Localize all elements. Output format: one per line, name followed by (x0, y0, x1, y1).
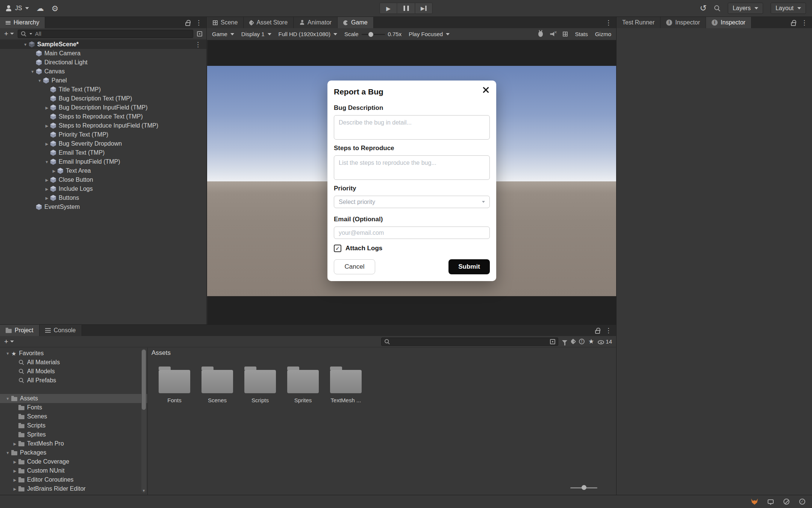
lock-icon[interactable] (595, 330, 600, 334)
expand-arrow[interactable] (43, 187, 50, 191)
account-dropdown[interactable]: JS (5, 5, 29, 12)
gear-icon[interactable]: ⚙ (52, 5, 59, 12)
thumbnail-zoom-slider[interactable] (570, 485, 597, 490)
close-icon[interactable] (482, 86, 489, 94)
expand-arrow[interactable] (22, 43, 29, 47)
hierarchy-item[interactable]: Bug Description Text (TMP) (0, 94, 206, 103)
kebab-menu-icon[interactable]: ⋮ (605, 327, 612, 334)
scene-picker-icon[interactable] (197, 31, 202, 37)
folder-fonts[interactable]: Fonts (156, 365, 193, 403)
hierarchy-item[interactable]: Steps to Reproduce Text (TMP) (0, 112, 206, 121)
search-by-label-icon[interactable] (570, 339, 576, 345)
expand-arrow[interactable] (43, 178, 50, 182)
add-asset-button[interactable]: + (4, 338, 14, 346)
cancel-button[interactable]: Cancel (334, 259, 375, 274)
hierarchy-item[interactable]: Priority Text (TMP) (0, 130, 206, 139)
search-icon[interactable] (714, 5, 720, 11)
lock-icon[interactable] (791, 22, 796, 26)
layout-dropdown[interactable]: Layout (771, 3, 806, 14)
tab-animator[interactable]: Animator (294, 17, 338, 28)
expand-arrow[interactable] (50, 169, 58, 173)
game-mode-dropdown[interactable]: Game (212, 31, 234, 37)
hierarchy-search-input[interactable]: All (18, 30, 193, 38)
expand-arrow[interactable] (11, 442, 18, 446)
attach-logs-checkbox[interactable]: ✓ (334, 245, 341, 252)
hierarchy-item[interactable]: Directional Light (0, 58, 206, 67)
layers-dropdown[interactable]: Layers (728, 3, 763, 14)
hierarchy-item[interactable]: Close Button (0, 175, 206, 184)
search-by-type-icon[interactable] (562, 340, 567, 343)
steps-textarea[interactable] (334, 155, 490, 180)
visibility-toggle[interactable]: 14 (598, 338, 612, 345)
project-tree-item[interactable]: Scenes (0, 412, 147, 421)
play-focused-dropdown[interactable]: Play Focused (409, 31, 450, 37)
expand-arrow[interactable] (4, 351, 11, 356)
hierarchy-item[interactable]: Text Area (0, 166, 206, 175)
kebab-menu-icon[interactable]: ⋮ (605, 20, 612, 26)
folder-scripts[interactable]: Scripts (241, 365, 279, 403)
kebab-menu-icon[interactable]: ⋮ (801, 20, 807, 26)
scrollbar[interactable]: ▼ (141, 349, 146, 493)
tab-test-runner[interactable]: Test Runner (617, 17, 661, 28)
message-icon[interactable] (768, 499, 774, 504)
hierarchy-item[interactable]: Email Text (TMP) (0, 148, 206, 157)
hierarchy-item[interactable]: Email InputField (TMP) (0, 157, 206, 166)
kebab-menu-icon[interactable]: ⋮ (195, 20, 202, 26)
play-button[interactable]: ▶ (380, 3, 397, 14)
hierarchy-item[interactable]: Bug Severity Dropdown (0, 139, 206, 148)
project-tree-item[interactable]: All Materials (0, 358, 147, 367)
expand-arrow[interactable] (43, 160, 50, 164)
project-tree-item[interactable]: Editor Coroutines (0, 475, 147, 484)
project-tree-item[interactable]: All Prefabs (0, 376, 147, 385)
project-tree-item[interactable]: Custom NUnit (0, 466, 147, 475)
add-gameobject-button[interactable]: + (4, 30, 14, 38)
fox-icon[interactable] (751, 499, 758, 505)
project-tree-item[interactable]: Scripts (0, 421, 147, 430)
vsync-grid-icon[interactable] (563, 32, 568, 37)
expand-arrow[interactable] (11, 469, 18, 473)
email-field[interactable] (334, 227, 490, 239)
pause-button[interactable] (397, 3, 415, 14)
expand-arrow[interactable] (4, 397, 11, 401)
project-tree-item[interactable]: Code Coverage (0, 457, 147, 466)
priority-select[interactable]: Select priority (334, 196, 490, 208)
cloud-status-icon[interactable] (783, 499, 789, 505)
debug-bug-icon[interactable] (538, 31, 543, 37)
tab-game[interactable]: Game (338, 17, 374, 28)
favorites-star-icon[interactable]: ★ (588, 338, 594, 345)
expand-arrow[interactable] (43, 124, 50, 128)
hierarchy-item[interactable]: Panel (0, 76, 206, 85)
project-tree-item-favorites[interactable]: ★ Favorites (0, 349, 147, 358)
lock-icon[interactable] (185, 22, 190, 26)
expand-arrow[interactable] (43, 196, 50, 200)
hierarchy-item[interactable]: Main Camera (0, 49, 206, 58)
hierarchy-item[interactable]: Title Text (TMP) (0, 85, 206, 94)
expand-arrow[interactable] (11, 460, 18, 464)
display-dropdown[interactable]: Display 1 (241, 31, 271, 37)
scrollbar-thumb[interactable] (142, 350, 146, 410)
tab-asset-store[interactable]: Asset Store (244, 17, 294, 28)
tab-hierarchy[interactable]: Hierarchy (0, 17, 45, 28)
project-tree-item[interactable]: TextMesh Pro (0, 439, 147, 448)
slider-knob[interactable] (582, 485, 586, 490)
expand-arrow[interactable] (4, 451, 11, 455)
expand-arrow[interactable] (29, 70, 36, 74)
project-tree-item[interactable]: Fonts (0, 403, 147, 412)
expand-arrow[interactable] (11, 478, 18, 482)
undo-history-icon[interactable]: ↺ (700, 4, 706, 12)
cloud-icon[interactable]: ☁ (36, 5, 44, 12)
project-tree-item[interactable]: All Models (0, 367, 147, 376)
project-tree-item-packages[interactable]: Packages (0, 448, 147, 457)
tab-project[interactable]: Project (0, 325, 39, 336)
project-tree-item-assets[interactable]: Assets (0, 394, 147, 403)
hierarchy-item[interactable]: Bug Description InputField (TMP) (0, 103, 206, 112)
slider-knob[interactable] (368, 32, 373, 37)
mute-audio-icon[interactable] (550, 32, 556, 37)
tab-inspector-1[interactable]: Inspector (661, 17, 706, 28)
project-tree-item[interactable]: Sprites (0, 430, 147, 439)
expand-arrow[interactable] (43, 106, 50, 110)
project-search-input[interactable] (381, 338, 558, 346)
status-check-icon[interactable] (799, 499, 805, 505)
project-tree-item[interactable]: JetBrains Rider Editor (0, 484, 147, 493)
hierarchy-item[interactable]: EventSystem (0, 202, 206, 211)
